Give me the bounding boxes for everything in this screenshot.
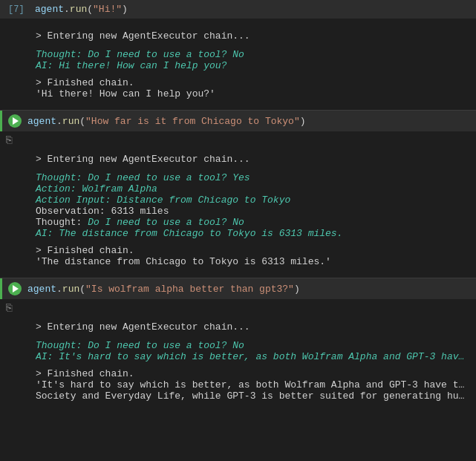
chain-start-1: > Entering new AgentExecutor chain... (36, 30, 470, 42)
ai-result-3: AI: It's hard to say which is better, as… (36, 351, 470, 362)
result-3b: Society and Everyday Life, while GPT-3 i… (36, 390, 470, 402)
arg-1: "Hi!" (93, 4, 122, 15)
blank-line-7 (36, 239, 470, 245)
blank-line-3 (36, 71, 470, 77)
cell-9-input-row: agent.run("Is wolfram alpha better than … (0, 278, 476, 299)
play-icon-2 (13, 285, 19, 292)
chain-start-2: > Entering new AgentExecutor chain... (36, 154, 470, 165)
blank-line-11 (36, 362, 470, 368)
observation-2: Observation: 6313 miles (36, 206, 470, 217)
cell-9-output: > Entering new AgentExecutor chain... Th… (0, 314, 476, 412)
cell-7-input: [7] agent.run("Hi!") (0, 0, 476, 19)
finished-3: > Finished chain. (36, 368, 470, 379)
blank-line-8 (36, 267, 470, 272)
agent-ref: agent (35, 4, 64, 15)
blank-line-12 (36, 402, 470, 406)
result-1: 'Hi there! How can I help you?' (36, 88, 470, 99)
thought-2b: Thought: Do I need to use a tool? No (36, 217, 470, 228)
agent-ref-3: agent (27, 284, 56, 295)
finished-1: > Finished chain. (36, 77, 470, 88)
run-method-2: run (62, 116, 79, 127)
result-2: 'The distance from Chicago to Tokyo is 6… (36, 256, 470, 267)
arg-3: "Is wolfram alpha better than gpt3?" (85, 284, 294, 295)
thought-1b: AI: Hi there! How can I help you? (36, 60, 470, 71)
run-button-1[interactable] (8, 114, 22, 128)
cell-7-code: agent.run("Hi!") (35, 4, 128, 15)
copy-icon-1[interactable]: ⎘ (6, 134, 12, 146)
cell-7-number: [7] (8, 4, 35, 15)
ai-result-2: AI: The distance from Chicago to Tokyo i… (36, 228, 470, 239)
thought-3a: Thought: Do I need to use a tool? No (36, 340, 470, 351)
agent-ref-2: agent (27, 116, 56, 127)
action-2a: Action: Wolfram Alpha (36, 183, 470, 194)
cell-9-copy-row: ⎘ (0, 299, 476, 314)
finished-2: > Finished chain. (36, 245, 470, 256)
notebook-container: [7] agent.run("Hi!") > Entering new Agen… (0, 0, 476, 412)
run-method-3: run (62, 284, 79, 295)
blank-line-4 (36, 99, 470, 104)
cell-8-input-row: agent.run("How far is it from Chicago to… (0, 111, 476, 131)
chain-start-3: > Entering new AgentExecutor chain... (36, 321, 470, 333)
run-method-1: run (70, 4, 87, 15)
cell-8-copy-row: ⎘ (0, 131, 476, 146)
copy-icon-2[interactable]: ⎘ (6, 302, 12, 314)
cell-7-output: > Entering new AgentExecutor chain... Th… (0, 19, 476, 110)
thought-1a: Thought: Do I need to use a tool? No (36, 49, 470, 60)
action-2b: Action Input: Distance from Chicago to T… (36, 194, 470, 206)
thought-2a: Thought: Do I need to use a tool? Yes (36, 172, 470, 183)
cell-9-code: agent.run("Is wolfram alpha better than … (27, 284, 300, 295)
blank-line-1 (36, 24, 470, 30)
play-icon-1 (13, 117, 19, 125)
cell-8-output: > Entering new AgentExecutor chain... Th… (0, 146, 476, 278)
result-3a: 'It's hard to say which is better, as bo… (36, 379, 470, 390)
run-button-2[interactable] (8, 282, 22, 295)
cell-8-code: agent.run("How far is it from Chicago to… (27, 116, 306, 127)
arg-2: "How far is it from Chicago to Tokyo" (85, 116, 300, 127)
